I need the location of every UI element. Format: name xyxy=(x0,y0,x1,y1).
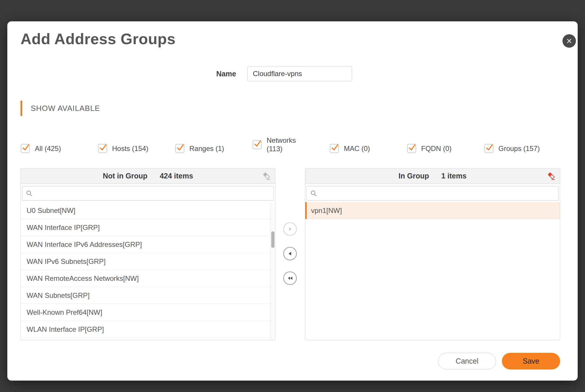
filter-label: FQDN (0) xyxy=(421,144,452,153)
list-item[interactable]: WAN Subnets[GRP] xyxy=(21,287,275,304)
list-item-selected[interactable]: vpn1[NW] xyxy=(305,202,560,219)
right-search-input[interactable] xyxy=(320,186,555,201)
in-group-list: vpn1[NW] xyxy=(305,202,560,340)
show-available-section: SHOW AVAILABLE xyxy=(20,101,100,116)
filter-row: All (425) Hosts (154) Ranges (1) xyxy=(21,136,562,153)
checkbox-checked-icon xyxy=(98,144,107,153)
filter-label: All (425) xyxy=(35,144,61,153)
filter-label: Groups (157) xyxy=(498,144,540,153)
filter-label: Hosts (154) xyxy=(112,144,148,153)
scrollbar-thumb[interactable] xyxy=(271,231,275,248)
not-in-group-panel: Not in Group424 items xyxy=(20,168,275,340)
eraser-icon xyxy=(547,172,556,180)
checkbox-checked-icon xyxy=(407,144,416,153)
filter-all[interactable]: All (425) xyxy=(21,144,98,153)
list-item[interactable]: WAN IPv6 Subnets[GRP] xyxy=(21,253,275,270)
checkbox-checked-icon xyxy=(21,144,30,153)
page-title: Add Address Groups xyxy=(20,30,176,48)
checkbox-checked-icon xyxy=(330,144,339,153)
name-label: Name xyxy=(178,70,236,78)
not-in-group-header: Not in Group424 items xyxy=(21,169,275,184)
list-item[interactable]: Well-Known Pref64[NW] xyxy=(21,304,275,321)
right-search-area xyxy=(305,184,560,202)
filter-mac[interactable]: MAC (0) xyxy=(330,144,407,153)
section-title: SHOW AVAILABLE xyxy=(31,104,100,113)
panel-title: In Group1 items xyxy=(399,172,466,180)
filter-label: Ranges (1) xyxy=(189,144,224,153)
search-icon xyxy=(26,190,33,197)
filter-fqdn[interactable]: FQDN (0) xyxy=(407,144,484,153)
list-item[interactable]: WLAN Interface IP[GRP] xyxy=(21,321,275,338)
checkbox-checked-icon xyxy=(484,144,493,153)
checkbox-checked-icon xyxy=(253,140,262,149)
left-search-area xyxy=(21,184,275,202)
move-right-button[interactable] xyxy=(283,222,297,236)
in-group-panel: In Group1 items xyxy=(305,168,560,340)
in-group-header: In Group1 items xyxy=(305,169,560,184)
not-in-group-list: U0 Subnet[NW] WAN Interface IP[GRP] WAN … xyxy=(21,202,275,340)
filter-networks[interactable]: Networks (113) xyxy=(253,136,330,153)
list-item[interactable]: WAN Interface IPv6 Addresses[GRP] xyxy=(21,236,275,253)
name-input[interactable] xyxy=(247,66,352,81)
checkbox-checked-icon xyxy=(175,144,184,153)
left-searchbox xyxy=(22,186,274,201)
panel-title: Not in Group424 items xyxy=(103,172,193,180)
clear-right-selection-button[interactable] xyxy=(547,172,556,180)
filter-hosts[interactable]: Hosts (154) xyxy=(98,144,175,153)
add-address-groups-dialog: Add Address Groups Name SHOW AVAILABLE A… xyxy=(7,21,578,381)
move-right-icon xyxy=(286,225,294,233)
filter-label: MAC (0) xyxy=(344,144,370,153)
save-button[interactable]: Save xyxy=(502,353,560,369)
clear-left-selection-button[interactable] xyxy=(262,172,271,180)
filter-groups[interactable]: Groups (157) xyxy=(484,144,562,153)
filter-label: Networks (113) xyxy=(267,136,296,153)
move-all-left-icon xyxy=(286,274,294,282)
modal-overlay: Add Address Groups Name SHOW AVAILABLE A… xyxy=(0,0,585,392)
move-all-left-button[interactable] xyxy=(283,271,297,285)
item-count: 424 items xyxy=(160,172,193,180)
move-left-button[interactable] xyxy=(283,247,297,260)
left-search-input[interactable] xyxy=(36,186,270,201)
search-icon xyxy=(310,190,317,197)
eraser-icon xyxy=(262,172,271,180)
section-accent-bar xyxy=(20,101,22,116)
name-field-row: Name xyxy=(178,66,352,81)
list-item[interactable]: WAN Interface IP[GRP] xyxy=(21,219,275,236)
list-item[interactable]: U0 Subnet[NW] xyxy=(21,202,275,219)
scrollbar[interactable] xyxy=(271,202,275,340)
close-icon xyxy=(566,38,572,44)
list-item[interactable]: WAN RemoteAccess Networks[NW] xyxy=(21,270,275,287)
right-searchbox xyxy=(306,186,559,201)
item-count: 1 items xyxy=(441,172,466,180)
filter-ranges[interactable]: Ranges (1) xyxy=(175,144,253,153)
move-left-icon xyxy=(286,250,294,257)
transfer-controls xyxy=(283,222,297,285)
cancel-button[interactable]: Cancel xyxy=(438,353,496,369)
close-button[interactable] xyxy=(562,34,576,48)
